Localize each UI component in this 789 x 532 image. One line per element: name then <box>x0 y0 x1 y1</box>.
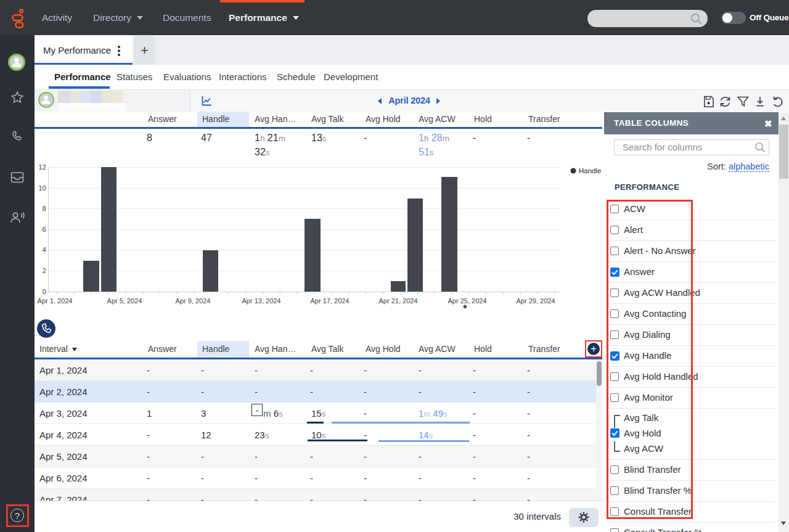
svg-text:Apr 9, 2024: Apr 9, 2024 <box>176 297 211 305</box>
svg-text:0: 0 <box>43 288 46 295</box>
svg-text:Apr 21, 2024: Apr 21, 2024 <box>379 297 418 305</box>
svg-text:4: 4 <box>43 246 47 253</box>
svg-text:Apr 25, 2024: Apr 25, 2024 <box>448 297 487 305</box>
svg-text:Apr 29, 2024: Apr 29, 2024 <box>517 297 555 305</box>
svg-text:10: 10 <box>38 184 46 192</box>
svg-text:8: 8 <box>43 205 46 212</box>
svg-text:Apr 17, 2024: Apr 17, 2024 <box>311 297 350 305</box>
svg-text:12: 12 <box>38 163 46 171</box>
svg-text:Handle: Handle <box>579 167 601 174</box>
svg-text:Apr 5, 2024: Apr 5, 2024 <box>107 297 142 305</box>
svg-text:6: 6 <box>43 226 46 233</box>
svg-text:Apr 1, 2024: Apr 1, 2024 <box>38 297 73 305</box>
svg-text:Apr 13, 2024: Apr 13, 2024 <box>242 297 281 305</box>
svg-text:2: 2 <box>43 267 46 274</box>
